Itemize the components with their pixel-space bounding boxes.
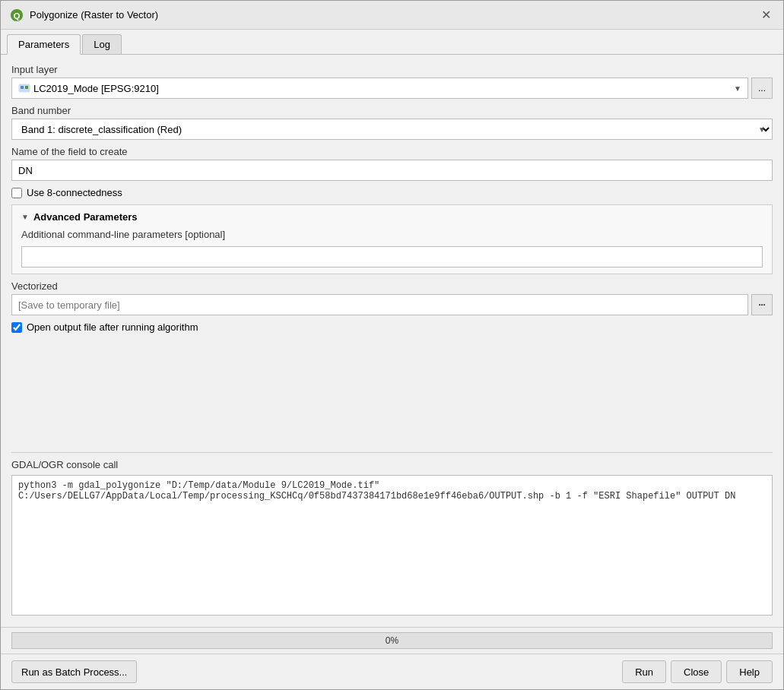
- use-8-connectedness-checkbox[interactable]: [11, 188, 22, 198]
- window-close-button[interactable]: ✕: [757, 7, 774, 24]
- content-area: Input layer LC2019_Mode [EPSG:9210] ▼ ..…: [1, 55, 783, 627]
- svg-rect-4: [25, 86, 28, 89]
- band-number-label: Band number: [11, 105, 773, 116]
- use-8-connectedness-label[interactable]: Use 8-connectedness: [27, 187, 122, 198]
- window-title: Polygonize (Raster to Vector): [30, 9, 158, 21]
- bottom-left: Run as Batch Process...: [11, 660, 137, 683]
- field-name-section: Name of the field to create: [11, 146, 773, 181]
- run-as-batch-button[interactable]: Run as Batch Process...: [11, 660, 137, 683]
- band-number-section: Band number Band 1: discrete_classificat…: [11, 105, 773, 140]
- vectorized-label: Vectorized: [11, 280, 773, 292]
- console-output[interactable]: [11, 475, 773, 616]
- vectorized-input[interactable]: [11, 294, 748, 315]
- advanced-triangle-icon: ▼: [21, 213, 29, 221]
- vectorized-row: ···: [11, 294, 773, 315]
- field-name-input[interactable]: [11, 160, 773, 181]
- band-number-select[interactable]: Band 1: discrete_classification (Red): [12, 119, 772, 139]
- ellipsis-icon: ···: [758, 300, 765, 309]
- open-output-checkbox[interactable]: [11, 322, 22, 333]
- field-name-label: Name of the field to create: [11, 146, 773, 157]
- input-layer-arrow: ▼: [734, 84, 741, 93]
- input-layer-value: LC2019_Mode [EPSG:9210]: [33, 83, 734, 94]
- close-button[interactable]: Close: [671, 660, 722, 683]
- advanced-section-label: Advanced Parameters: [33, 211, 138, 223]
- use-8-connectedness-row: Use 8-connectedness: [11, 187, 773, 198]
- run-button[interactable]: Run: [622, 660, 666, 683]
- input-layer-label: Input layer: [11, 64, 773, 75]
- band-number-select-wrapper: Band 1: discrete_classification (Red) ▼: [11, 119, 773, 140]
- input-layer-icon: [18, 82, 33, 95]
- open-output-row: Open output file after running algorithm: [11, 321, 773, 333]
- tabs-row: Parameters Log: [1, 30, 783, 55]
- additional-params-label: Additional command-line parameters [opti…: [21, 229, 763, 240]
- main-window: Q Polygonize (Raster to Vector) ✕ Parame…: [0, 0, 784, 690]
- title-bar-left: Q Polygonize (Raster to Vector): [10, 8, 158, 22]
- qgis-icon: Q: [10, 8, 24, 22]
- progress-bar-container: 0%: [11, 632, 773, 649]
- input-layer-browse-button[interactable]: ...: [751, 78, 773, 99]
- bottom-bar: Run as Batch Process... Run Close Help: [1, 654, 783, 689]
- tab-log[interactable]: Log: [82, 34, 122, 54]
- help-button[interactable]: Help: [726, 660, 773, 683]
- input-layer-row: LC2019_Mode [EPSG:9210] ▼ ...: [11, 78, 773, 99]
- title-bar: Q Polygonize (Raster to Vector) ✕: [1, 1, 783, 30]
- additional-params-input[interactable]: [21, 246, 763, 267]
- vectorized-browse-button[interactable]: ···: [751, 294, 773, 315]
- console-label: GDAL/OGR console call: [11, 459, 773, 470]
- tab-parameters[interactable]: Parameters: [7, 34, 81, 55]
- input-layer-section: Input layer LC2019_Mode [EPSG:9210] ▼ ..…: [11, 64, 773, 99]
- svg-rect-3: [21, 86, 24, 89]
- input-layer-select-box[interactable]: LC2019_Mode [EPSG:9210] ▼: [11, 78, 748, 99]
- content-spacer: [11, 339, 773, 446]
- advanced-parameters-section: ▼ Advanced Parameters Additional command…: [11, 204, 773, 274]
- progress-text: 0%: [386, 635, 398, 646]
- svg-text:Q: Q: [13, 10, 20, 20]
- additional-params-section: Additional command-line parameters [opti…: [21, 229, 763, 267]
- advanced-header: ▼ Advanced Parameters: [21, 211, 763, 223]
- vectorized-section: Vectorized ···: [11, 280, 773, 315]
- open-output-label[interactable]: Open output file after running algorithm: [27, 321, 198, 333]
- bottom-right: Run Close Help: [622, 660, 773, 683]
- progress-bar-area: 0%: [1, 627, 783, 654]
- console-section: GDAL/OGR console call: [11, 452, 773, 618]
